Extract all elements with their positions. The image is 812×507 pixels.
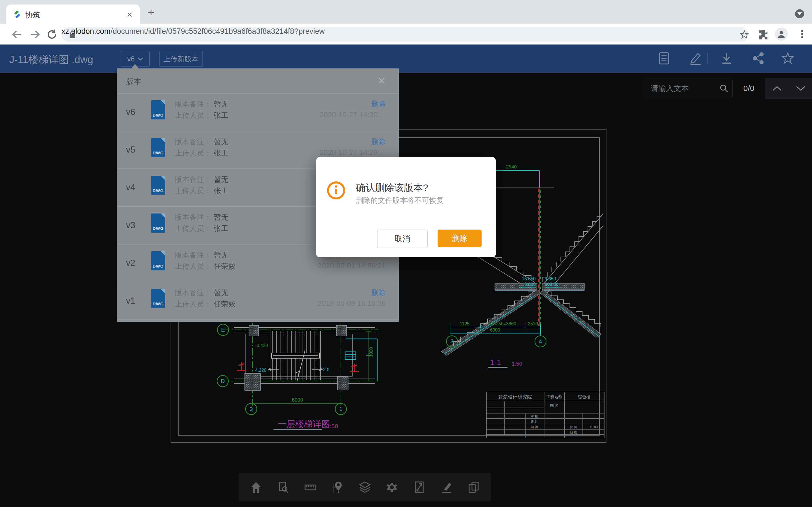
version-row: v1 DWG 版本备注： 暂无 上传人员： 任荣姣 删除 2018-05-09 …: [117, 282, 399, 320]
dwg-file-icon: DWG: [151, 176, 165, 195]
delete-link[interactable]: 删除: [371, 288, 386, 298]
forward-icon[interactable]: [29, 29, 41, 40]
search-nav: [765, 78, 812, 99]
svg-text:比 例: 比 例: [570, 425, 577, 429]
svg-text:日 期: 日 期: [570, 431, 577, 434]
svg-text:15.350: 15.350: [522, 276, 536, 281]
download-icon[interactable]: [721, 52, 732, 65]
svg-text:审 核: 审 核: [530, 414, 538, 418]
cancel-button[interactable]: 取消: [377, 230, 428, 248]
remark-value: 暂无: [214, 99, 229, 109]
chevron-down-icon: [138, 57, 143, 61]
svg-text:工程名称: 工程名称: [546, 395, 562, 399]
screen: E D 2 1: [0, 0, 812, 507]
delete-link[interactable]: 删除: [371, 137, 386, 147]
version-label: v6: [127, 55, 135, 63]
svg-text:1:100: 1:100: [589, 425, 598, 429]
tab-close-icon[interactable]: ×: [127, 10, 133, 19]
svg-text:建筑设计研究院: 建筑设计研究院: [498, 394, 532, 400]
file-title: J-11楼梯详图 .dwg: [9, 53, 93, 67]
zoom-window-icon[interactable]: [277, 481, 290, 494]
layers-icon[interactable]: [359, 481, 371, 494]
home-icon[interactable]: [250, 481, 262, 494]
profile-chevron-icon[interactable]: [795, 9, 804, 18]
browser-tab-strip: 协筑 × +: [0, 0, 812, 24]
svg-text:6000: 6000: [490, 328, 500, 332]
cad-search-bar: 0/0: [644, 78, 812, 99]
settings-gear-icon[interactable]: [386, 481, 398, 494]
svg-text:2540: 2540: [506, 164, 517, 170]
svg-text:3: 3: [450, 338, 453, 344]
section-title: 1-1: [490, 358, 501, 367]
reload-icon[interactable]: [46, 29, 57, 40]
locate-pin-icon[interactable]: [332, 481, 344, 494]
version-number: v6: [126, 107, 135, 117]
favorite-star-icon[interactable]: [781, 52, 794, 65]
svg-text:11×250=3860: 11×250=3860: [489, 321, 516, 326]
tab-title: 协筑: [26, 10, 40, 20]
dwg-file-icon: DWG: [151, 214, 165, 233]
version-date: 2020-02-01 14:56:21: [318, 262, 386, 270]
svg-text:1: 1: [339, 406, 342, 412]
svg-text:1125: 1125: [460, 321, 470, 326]
info-icon: [327, 181, 345, 200]
share-icon[interactable]: [752, 52, 765, 65]
svg-text:综合楼: 综合楼: [578, 394, 591, 399]
lock-icon: [69, 31, 76, 39]
site-favicon: [13, 10, 21, 18]
fit-extents-icon[interactable]: [413, 481, 425, 494]
back-icon[interactable]: [11, 29, 22, 40]
svg-text:设 计: 设 计: [530, 420, 538, 424]
version-date: 2020-10-27 14:30:...: [320, 110, 386, 119]
version-number: v4: [126, 182, 135, 193]
version-panel-header: 版本 ×: [117, 68, 399, 94]
markup-pencil-icon[interactable]: [440, 481, 453, 494]
svg-text:D: D: [221, 378, 225, 384]
dialog-message: 删除的文件版本将不可恢复: [356, 195, 444, 205]
url-text: xz.glodon.com/document/id/file/0579c552f…: [61, 27, 748, 36]
browser-tab[interactable]: 协筑 ×: [6, 4, 140, 24]
bookmark-star-icon[interactable]: [740, 30, 749, 39]
menu-kebab-icon[interactable]: [797, 29, 808, 40]
extensions-puzzle-icon[interactable]: [758, 29, 769, 40]
remark-label: 版本备注：: [175, 99, 211, 109]
avatar[interactable]: [775, 27, 788, 41]
version-number: v1: [126, 296, 135, 306]
confirm-delete-button[interactable]: 删除: [438, 230, 481, 247]
svg-text:E: E: [221, 327, 225, 333]
svg-text:9.350: 9.350: [545, 276, 556, 281]
svg-text:2: 2: [250, 406, 253, 412]
svg-text:6000: 6000: [292, 397, 303, 403]
chevron-up-icon[interactable]: [772, 86, 782, 92]
version-number: v2: [126, 258, 135, 268]
search-input[interactable]: [644, 78, 716, 99]
chevron-down-icon[interactable]: [795, 86, 806, 92]
cad-toolbar: [239, 473, 491, 501]
svg-text:3000: 3000: [369, 347, 373, 357]
uploader-label: 上传人员：: [175, 110, 211, 120]
delete-confirm-dialog: 确认删除该版本? 删除的文件版本将不可恢复 取消 删除: [316, 157, 496, 257]
dwg-file-icon: DWG: [151, 100, 165, 119]
search-result-counter: 0/0: [732, 78, 765, 99]
version-number: v3: [126, 220, 135, 230]
version-number: v5: [126, 145, 135, 155]
panel-title: 版本: [126, 76, 141, 87]
upload-new-version-button[interactable]: 上传新版本: [159, 51, 203, 67]
svg-text:2.0: 2.0: [323, 367, 329, 372]
delete-link[interactable]: 删除: [371, 99, 386, 109]
edit-pencil-icon[interactable]: [689, 52, 702, 65]
url-bar[interactable]: xz.glodon.com/document/id/file/0579c552f…: [61, 27, 748, 42]
compare-sheets-icon[interactable]: [467, 481, 480, 494]
uploader-value: 张工: [214, 110, 229, 120]
svg-text:4: 4: [539, 338, 542, 344]
document-info-icon[interactable]: [658, 52, 670, 65]
measure-ruler-icon[interactable]: [304, 481, 317, 494]
svg-text:1:50: 1:50: [326, 423, 338, 429]
svg-text:图 名: 图 名: [550, 403, 559, 407]
dwg-file-icon: DWG: [151, 138, 165, 157]
svg-text:908.00: 908.00: [545, 282, 559, 287]
new-tab-icon[interactable]: +: [148, 7, 154, 18]
search-icon[interactable]: [716, 78, 732, 99]
close-icon[interactable]: ×: [378, 74, 386, 87]
divider: [707, 53, 708, 64]
